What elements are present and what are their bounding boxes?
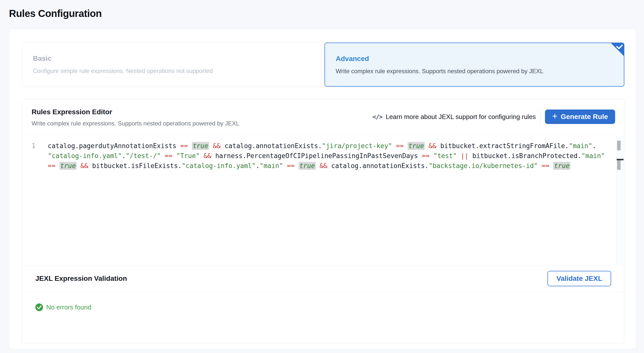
validation-result-label: No errors found [46,303,91,311]
scrollbar-annotation-1[interactable] [617,141,620,150]
line-number-gutter: 1 [32,141,36,151]
code-icon: </> [372,113,382,121]
mode-card-basic-description: Configure simple rule expressions. Neste… [33,67,321,75]
code-line: "catalog-info.yaml"."/test-/" == "True" … [48,151,612,161]
rules-configuration-panel: Basic Configure simple rule expressions.… [9,29,636,349]
mode-card-basic-title: Basic [33,54,321,63]
check-circle-icon [35,303,43,311]
editor-header-actions: </> Learn more about JEXL support for co… [372,110,615,124]
editor-scrollbar[interactable] [616,136,624,264]
generate-rule-button[interactable]: + Generate Rule [545,110,615,124]
rules-expression-editor-card: Rules Expression Editor Write complex ru… [22,99,624,343]
mode-card-advanced[interactable]: Advanced Write complex rule expressions.… [324,43,624,87]
editor-header: Rules Expression Editor Write complex ru… [22,99,624,135]
validation-title: JEXL Expression Validation [35,275,127,282]
scrollbar-annotation-2[interactable] [617,160,620,170]
validation-header: JEXL Expression Validation Validate JEXL [22,265,624,292]
learn-more-link[interactable]: </> Learn more about JEXL support for co… [372,113,536,121]
page-title: Rules Configuration [9,8,102,19]
selected-check-icon [610,43,624,57]
generate-rule-label: Generate Rule [561,113,608,121]
mode-card-advanced-title: Advanced [336,55,624,63]
mode-selector: Basic Configure simple rule expressions.… [22,43,624,87]
mode-card-advanced-description: Write complex rule expressions. Supports… [336,68,624,75]
header-divider [540,110,540,124]
editor-header-text: Rules Expression Editor Write complex ru… [32,107,240,127]
code-line: catalog.pagerdutyAnnotationExists == tru… [48,141,612,151]
mode-card-basic[interactable]: Basic Configure simple rule expressions.… [22,43,321,87]
editor-title: Rules Expression Editor [32,108,240,116]
validation-result: No errors found [35,303,624,311]
learn-more-label: Learn more about JEXL support for config… [386,113,536,121]
code-editor[interactable]: 1 catalog.pagerdutyAnnotationExists == t… [22,135,624,265]
validation-result-area: No errors found [22,292,624,311]
code-line: == true && bitbucket.isFileExists."catal… [48,161,612,171]
validate-jexl-button[interactable]: Validate JEXL [548,271,611,286]
code-content: catalog.pagerdutyAnnotationExists == tru… [48,141,612,171]
editor-subtitle: Write complex rule expressions. Supports… [32,120,240,127]
